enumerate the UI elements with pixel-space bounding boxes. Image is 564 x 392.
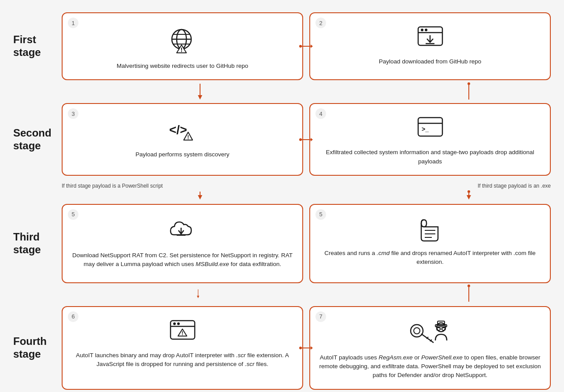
- svg-point-41: [468, 285, 470, 287]
- svg-text:>_: >_: [422, 126, 429, 133]
- box-5-left: 5 Download NetSupport RAT from C2. Set p…: [62, 204, 303, 283]
- box-7-number: 7: [315, 311, 326, 322]
- svg-point-50: [414, 328, 420, 334]
- box-7: 7: [309, 306, 551, 390]
- box-1: 1 ! Malvertising website redirects u: [62, 12, 303, 80]
- box-7-text: AutoIT payloads uses RegAsm.exe or Power…: [319, 353, 541, 380]
- condition-left-label: If third stage payload is a PowerShell s…: [62, 183, 303, 189]
- svg-point-46: [177, 322, 180, 325]
- svg-text:</>: </>: [169, 123, 187, 137]
- svg-marker-30: [198, 195, 202, 200]
- condition-labels-row: If third stage payload is a PowerShell s…: [13, 179, 551, 192]
- box-6-number: 6: [68, 311, 78, 322]
- down-arrow-5: [196, 286, 204, 302]
- box-3-text: Payload performs system discovery: [135, 150, 229, 159]
- box-5-right: 5 Creates and runs a .cmd file and drops…: [309, 204, 551, 283]
- fourth-stage-label: Fourthstage: [13, 303, 62, 392]
- box-2-number: 2: [315, 18, 326, 28]
- svg-point-31: [468, 190, 470, 193]
- connector-first-second: [13, 84, 551, 100]
- box-4-text: Exfiltrated collected system information…: [319, 148, 541, 166]
- box-1-text: Malvertising website redirects user to G…: [117, 62, 249, 70]
- diagram: Firststage 1 !: [13, 9, 551, 392]
- second-stage-row: Secondstage 3 </> ! Payload performs sys…: [13, 100, 551, 179]
- first-stage-row: Firststage 1 !: [13, 9, 551, 84]
- connector-second-third: [13, 192, 551, 200]
- third-stage-content: 5 Download NetSupport RAT from C2. Set p…: [62, 200, 551, 287]
- box-2-text: Payload downloaded from GitHub repo: [379, 57, 482, 66]
- box-2: 2 Payload downloaded from GitHub re: [309, 12, 551, 80]
- box-5-right-number: 5: [315, 209, 326, 220]
- box-4: 4 >_ Exfiltrated collected system inform…: [309, 103, 551, 176]
- box-6: 6 ! AutoIT launches binary and may drop …: [62, 306, 303, 390]
- terminal-icon: >_: [416, 115, 445, 142]
- window-warning-icon: !: [168, 318, 197, 345]
- svg-point-45: [173, 322, 176, 325]
- box-5-right-text: Creates and runs a .cmd file and drops r…: [319, 249, 541, 267]
- globe-warning-icon: !: [167, 25, 198, 55]
- third-stage-row: Thirdstage 5 Download NetSupport RAT fro…: [13, 200, 551, 287]
- second-stage-content: 3 </> ! Payload performs system discover…: [62, 100, 551, 179]
- third-stage-label: Thirdstage: [13, 200, 62, 287]
- down-arrow-3: [196, 192, 204, 200]
- second-stage-label: Secondstage: [13, 100, 62, 179]
- first-stage-content: 1 ! Malvertising website redirects u: [62, 9, 551, 84]
- box-6-text: AutoIT launches binary and may drop Auto…: [71, 351, 293, 369]
- svg-point-10: [425, 29, 427, 31]
- fourth-stage-content: 6 ! AutoIT launches binary and may drop …: [62, 303, 551, 392]
- first-stage-label: Firststage: [13, 9, 62, 84]
- box-4-number: 4: [315, 108, 326, 119]
- window-download-icon: [416, 25, 445, 51]
- box-1-number: 1: [68, 18, 78, 28]
- code-warning-icon: </> !: [167, 115, 198, 144]
- svg-point-49: [411, 325, 423, 337]
- box-5-left-text: Download NetSupport RAT from C2. Set per…: [71, 251, 293, 269]
- svg-marker-17: [198, 95, 202, 100]
- svg-marker-40: [197, 296, 200, 298]
- svg-text:!: !: [187, 134, 189, 141]
- down-connector-2: [464, 84, 473, 100]
- condition-right-label: If third stage payload is an .exe: [309, 183, 551, 189]
- svg-marker-33: [467, 195, 471, 200]
- scroll-icon: [416, 216, 445, 243]
- svg-text:!: !: [182, 330, 183, 337]
- svg-text:!: !: [181, 46, 183, 53]
- svg-point-9: [421, 29, 423, 31]
- box-5-left-number: 5: [68, 209, 78, 220]
- box-3: 3 </> ! Payload performs system discover…: [62, 103, 303, 176]
- down-arrow-4: [464, 192, 473, 200]
- box-3-number: 3: [68, 108, 78, 119]
- down-arrow-1: [196, 84, 204, 100]
- cloud-download-icon: [167, 216, 198, 245]
- down-connector-5r: [464, 286, 473, 302]
- fourth-stage-row: Fourthstage 6 ! AutoIT launches bin: [13, 303, 551, 392]
- connector-third-fourth: [13, 287, 551, 303]
- key-hacker-icon: [408, 318, 452, 347]
